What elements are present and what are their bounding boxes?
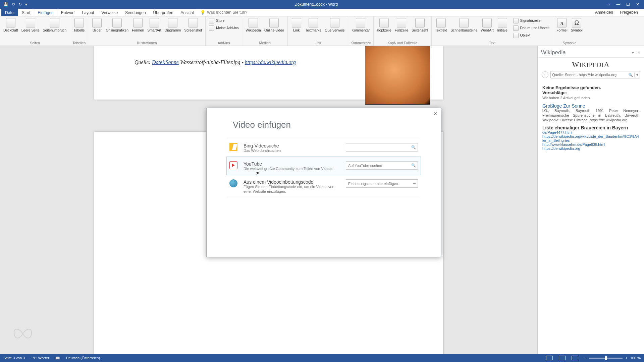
- view-read-icon[interactable]: [546, 356, 553, 360]
- datum-button[interactable]: Datum und Uhrzeit: [512, 25, 551, 32]
- quick-access-toolbar: 💾 ↺ ↻ ▾: [0, 2, 31, 7]
- tab-datei[interactable]: Datei: [1, 9, 18, 16]
- result-2-link-1[interactable]: de/Page4477.html: [542, 130, 639, 134]
- schnellbausteine-button[interactable]: Schnellbausteine: [449, 17, 479, 33]
- meine-addins-button[interactable]: Meine Add-Ins: [208, 25, 240, 32]
- onlinevideo-button[interactable]: Online-video: [263, 17, 285, 33]
- sig-label: Signaturzeile: [520, 19, 541, 22]
- provider-youtube[interactable]: YouTube Die weltweit größte Community zu…: [227, 157, 421, 175]
- ribbon-collapse-icon[interactable]: ▭: [606, 2, 610, 7]
- wiki-back-button[interactable]: ←: [542, 71, 548, 78]
- tab-layout[interactable]: Layout: [78, 9, 98, 16]
- diagramm-button[interactable]: Diagramm: [163, 17, 182, 33]
- smartart-button[interactable]: SmartArt: [146, 17, 162, 33]
- objekt-button[interactable]: Objekt: [512, 32, 551, 39]
- dialog-close-icon[interactable]: ✕: [433, 111, 437, 116]
- textbox-icon: [436, 18, 446, 27]
- search-icon[interactable]: 🔍: [411, 163, 416, 168]
- tab-ansicht[interactable]: Ansicht: [177, 9, 198, 16]
- view-web-icon[interactable]: [572, 356, 578, 360]
- freigeben-button[interactable]: Freigeben: [620, 10, 638, 15]
- screenshot-button[interactable]: Screenshot: [183, 17, 203, 33]
- proofing-icon[interactable]: 📖: [55, 356, 60, 360]
- tabelle-button[interactable]: Tabelle: [72, 17, 86, 33]
- seitenzahl-button[interactable]: Seitenzahl: [410, 17, 429, 33]
- minimize-icon[interactable]: —: [616, 2, 620, 7]
- qat-more-icon[interactable]: ▾: [25, 2, 27, 7]
- pane-close-icon[interactable]: ✕: [637, 50, 641, 55]
- view-print-icon[interactable]: [559, 356, 566, 360]
- tab-ueberpruefen[interactable]: Überprüfen: [150, 9, 177, 16]
- result-2[interactable]: Liste ehemaliger Brauereien in Bayern de…: [542, 125, 639, 150]
- textfeld-button[interactable]: Textfeld: [434, 17, 448, 33]
- status-page[interactable]: Seite 3 von 3: [3, 356, 25, 360]
- undo-icon[interactable]: ↺: [12, 2, 15, 7]
- symbol-button[interactable]: ΩSymbol: [570, 17, 584, 33]
- provider-bing[interactable]: Bing-Videosuche Das Web durchsuchen 🔍: [227, 139, 421, 157]
- seitenumbruch-button[interactable]: Seitenumbruch: [42, 17, 68, 33]
- wiki-search-value: Quelle: Sonne - https://de.wikipedia.org: [552, 73, 616, 77]
- fusszeile-button[interactable]: Fußzeile: [393, 17, 410, 33]
- group-illustrationen-label: Illustrationen: [90, 40, 203, 45]
- save-icon[interactable]: 💾: [3, 2, 8, 7]
- status-language[interactable]: Deutsch (Österreich): [66, 356, 100, 360]
- caption-file-link[interactable]: Datei:Sonne: [152, 59, 179, 65]
- textfeld-label: Textfeld: [435, 28, 447, 32]
- onlinegrafiken-button[interactable]: Onlinegrafiken: [104, 17, 130, 33]
- status-words[interactable]: 191 Wörter: [31, 356, 49, 360]
- search-dropdown-icon[interactable]: ▾: [634, 73, 638, 77]
- result-2-link-3[interactable]: http://www.klausehm.de/Page938.html: [542, 142, 639, 146]
- zoom-value[interactable]: 100 %: [630, 356, 641, 360]
- symbol-label: Symbol: [571, 28, 583, 32]
- zoom-out-icon[interactable]: −: [584, 356, 586, 360]
- provider-embed[interactable]: Aus einem Videoeinbettungscode Fügen Sie…: [227, 175, 421, 198]
- zoom-slider[interactable]: − + 100 %: [584, 356, 641, 360]
- textmarke-button[interactable]: Textmarke: [304, 17, 323, 33]
- deckblatt-button[interactable]: Deckblatt: [2, 17, 19, 33]
- close-icon[interactable]: ✕: [636, 2, 639, 7]
- youtube-search-input[interactable]: [346, 161, 418, 170]
- sun-image[interactable]: [365, 46, 430, 105]
- store-label: Store: [216, 19, 224, 22]
- ribbon: Deckblatt Leere Seite Seitenumbruch Seit…: [0, 16, 644, 46]
- wiki-search-input[interactable]: Quelle: Sonne - https://de.wikipedia.org…: [550, 71, 640, 78]
- pane-menu-icon[interactable]: ▾: [632, 50, 634, 55]
- submit-icon[interactable]: ➜: [413, 181, 416, 186]
- redo-icon[interactable]: ↻: [18, 2, 22, 7]
- result-1-snippet: i.O., Bayreuth, Bayreuth 1991 Peter Neme…: [542, 109, 639, 122]
- tab-entwurf[interactable]: Entwurf: [57, 9, 78, 16]
- formen-button[interactable]: Formen: [130, 17, 145, 33]
- maximize-icon[interactable]: ☐: [626, 2, 630, 7]
- leere-seite-button[interactable]: Leere Seite: [20, 17, 41, 33]
- embed-code-input[interactable]: [346, 179, 418, 188]
- tell-me-search[interactable]: 💡 Was möchten Sie tun?: [200, 9, 247, 16]
- signaturzeile-button[interactable]: Signaturzeile: [512, 17, 551, 24]
- date-icon: [513, 25, 519, 31]
- initiale-button[interactable]: Initiale: [496, 17, 509, 33]
- wordart-button[interactable]: WordArt: [479, 17, 495, 33]
- anmelden-link[interactable]: Anmelden: [595, 10, 613, 15]
- tab-verweise[interactable]: Verweise: [98, 9, 121, 16]
- fusszeile-label: Fußzeile: [395, 28, 408, 32]
- result-1[interactable]: Großloge Zur Sonne i.O., Bayreuth, Bayre…: [542, 103, 639, 122]
- link-button[interactable]: Link: [290, 17, 303, 33]
- tab-einfuegen[interactable]: Einfügen: [34, 9, 57, 16]
- result-2-link-4[interactable]: https://de.wikipedia.org: [542, 146, 639, 150]
- kommentar-button[interactable]: Kommentar: [350, 17, 371, 33]
- tab-start[interactable]: Start: [18, 9, 34, 16]
- zoom-track[interactable]: [589, 358, 623, 359]
- bilder-button[interactable]: Bilder: [90, 17, 104, 33]
- search-icon[interactable]: 🔍: [628, 73, 633, 77]
- bing-search-input[interactable]: [346, 143, 418, 152]
- search-icon[interactable]: 🔍: [411, 145, 416, 149]
- wikipedia-button[interactable]: Wikipedia: [244, 17, 262, 33]
- caption-url-link[interactable]: https://de.wikipedia.org: [245, 59, 296, 65]
- zoom-thumb[interactable]: [605, 356, 607, 360]
- formel-button[interactable]: πFormel: [555, 17, 569, 33]
- result-2-link-2[interactable]: https://de.wikipedia.org/wiki/Liste_der_…: [542, 134, 639, 142]
- zoom-in-icon[interactable]: +: [625, 356, 627, 360]
- tab-sendungen[interactable]: Sendungen: [121, 9, 149, 16]
- store-button[interactable]: Store: [208, 17, 240, 24]
- querverweis-button[interactable]: Querverweis: [323, 17, 346, 33]
- kopfzeile-button[interactable]: Kopfzeile: [376, 17, 393, 33]
